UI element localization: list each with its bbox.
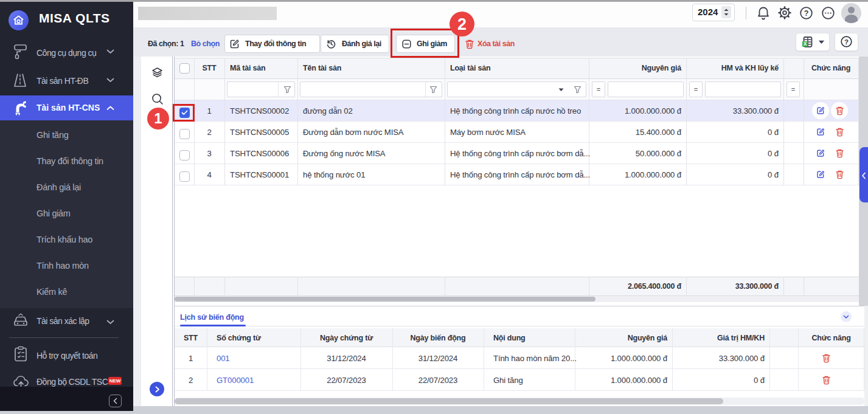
svg-text:X: X [804,41,807,47]
svg-text:?: ? [804,9,809,18]
svg-text:?: ? [844,38,849,46]
